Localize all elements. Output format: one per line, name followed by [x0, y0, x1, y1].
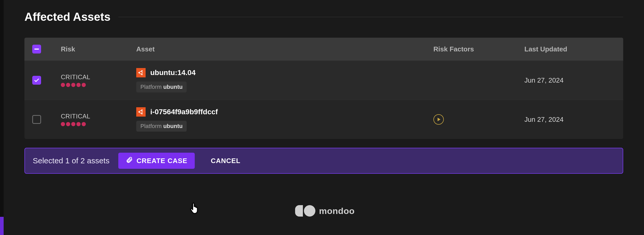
asset-name[interactable]: i-07564f9a9b9ffdccf: [150, 108, 218, 116]
row-checkbox-cell: [32, 115, 61, 124]
risk-dot: [82, 83, 86, 87]
svg-point-3: [141, 74, 143, 75]
asset-name-row: i-07564f9a9b9ffdccf: [136, 107, 433, 117]
svg-point-5: [138, 111, 140, 113]
row-checkbox[interactable]: [32, 76, 41, 85]
col-header-asset[interactable]: Asset: [136, 45, 433, 53]
risk-dots: [61, 122, 136, 126]
asset-cell: i-07564f9a9b9ffdccf Platform ubuntu: [136, 107, 433, 132]
risk-dot: [76, 83, 81, 87]
risk-dot: [61, 83, 65, 87]
table-header-row: Risk Asset Risk Factors Last Updated: [24, 38, 623, 61]
svg-point-7: [141, 113, 143, 115]
platform-chip[interactable]: Platform ubuntu: [136, 82, 187, 92]
col-header-risk[interactable]: Risk: [61, 45, 136, 53]
ubuntu-icon: [136, 107, 146, 117]
chip-key: Platform: [140, 84, 162, 90]
chip-key: Platform: [140, 123, 162, 130]
table-body: CRITICAL: [24, 61, 623, 139]
risk-cell: CRITICAL: [61, 113, 136, 126]
svg-point-2: [141, 70, 143, 72]
risk-dot: [66, 83, 70, 87]
table-row[interactable]: CRITICAL: [24, 61, 623, 100]
left-rail: [0, 0, 4, 235]
risk-dot: [66, 122, 70, 126]
ubuntu-icon: [136, 68, 146, 77]
risk-label: CRITICAL: [61, 73, 136, 81]
affected-assets-section: Affected Assets Risk Asset Risk Factors …: [4, 0, 644, 182]
page: Affected Assets Risk Asset Risk Factors …: [4, 0, 644, 235]
section-divider: [118, 17, 623, 17]
risk-dot: [82, 122, 86, 126]
cancel-label: CANCEL: [211, 157, 240, 165]
select-all-checkbox[interactable]: [32, 45, 41, 53]
last-updated-cell: Jun 27, 2024: [524, 116, 615, 124]
col-header-risk-factors[interactable]: Risk Factors: [433, 45, 524, 53]
svg-point-0: [140, 71, 142, 74]
selection-count-text: Selected 1 of 2 assets: [33, 156, 109, 165]
risk-dot: [71, 122, 75, 126]
row-checkbox[interactable]: [32, 115, 41, 124]
cancel-button[interactable]: CANCEL: [204, 153, 248, 169]
brand-name: mondoo: [319, 206, 355, 216]
indeterminate-icon: [34, 49, 39, 50]
platform-chip[interactable]: Platform ubuntu: [136, 121, 187, 132]
table-row[interactable]: CRITICAL: [24, 100, 623, 139]
risk-dot: [61, 122, 65, 126]
svg-point-1: [138, 72, 140, 73]
risk-dots: [61, 83, 136, 87]
triangle-icon: [438, 118, 440, 121]
chip-value: ubuntu: [163, 123, 183, 130]
brand-mark-icon: [295, 205, 315, 217]
section-header: Affected Assets: [24, 10, 623, 23]
create-case-label: CREATE CASE: [136, 157, 187, 165]
risk-factors-cell: [433, 114, 524, 125]
play-icon[interactable]: [433, 114, 444, 125]
asset-name[interactable]: ubuntu:14.04: [150, 69, 196, 77]
risk-dot: [76, 122, 81, 126]
asset-name-row: ubuntu:14.04: [136, 68, 433, 77]
paperclip-icon: [126, 156, 133, 165]
chip-value: ubuntu: [163, 84, 183, 90]
section-title: Affected Assets: [24, 10, 110, 23]
brand-logo[interactable]: mondoo: [295, 205, 355, 217]
create-case-button[interactable]: CREATE CASE: [118, 153, 194, 169]
selection-action-bar: Selected 1 of 2 assets CREATE CASE CANCE…: [24, 148, 623, 174]
row-checkbox-cell: [32, 76, 61, 85]
check-icon: [34, 77, 40, 83]
svg-point-4: [140, 111, 142, 113]
header-checkbox-cell: [32, 45, 61, 53]
svg-point-6: [141, 110, 143, 111]
assets-table: Risk Asset Risk Factors Last Updated CRI…: [24, 38, 623, 139]
risk-label: CRITICAL: [61, 113, 136, 120]
risk-dot: [71, 83, 75, 87]
last-updated-cell: Jun 27, 2024: [524, 76, 615, 84]
col-header-last-updated[interactable]: Last Updated: [524, 45, 615, 53]
risk-cell: CRITICAL: [61, 73, 136, 87]
asset-cell: ubuntu:14.04 Platform ubuntu: [136, 68, 433, 92]
